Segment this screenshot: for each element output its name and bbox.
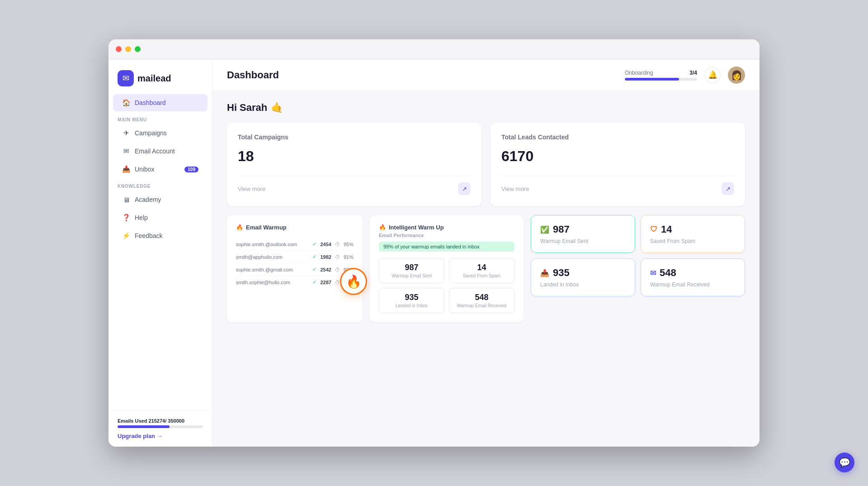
clock-icon-4: ⏱ bbox=[335, 280, 340, 285]
intel-stats-grid: 987 Warmup Email Sent 14 Saved From Spam… bbox=[379, 258, 514, 313]
warmup-row-2: smith@apphuilo.com ✓ 1982 ⏱ 91% bbox=[236, 251, 354, 263]
sidebar-item-label: Unibox bbox=[135, 166, 155, 173]
topbar: Dashboard Onboarding 3/4 🔔 👩 bbox=[212, 59, 760, 91]
main-area: Dashboard Onboarding 3/4 🔔 👩 bbox=[212, 59, 760, 447]
email-account-icon: ✉ bbox=[122, 147, 130, 155]
check-circle-icon: ✅ bbox=[540, 225, 549, 234]
emails-progress-fill bbox=[118, 425, 170, 428]
emails-used-label: Emails Used 215274/ 350000 bbox=[118, 418, 203, 424]
intelligent-warmup-card: 🔥 Intelligent Warm Up Email Performance … bbox=[370, 215, 524, 322]
intel-title-text: Intelligent Warm Up bbox=[389, 224, 444, 231]
flame-overlay: 🔥 bbox=[340, 268, 367, 295]
mini-card-warmup-sent-label: Warmup Email Sent bbox=[540, 238, 626, 244]
app-body: ✉ mailead 🏠 Dashboard MAIN MENU ✈ Campai… bbox=[108, 59, 760, 447]
clock-icon-1: ⏱ bbox=[335, 242, 340, 247]
minimize-button[interactable] bbox=[125, 46, 131, 52]
total-leads-value: 6170 bbox=[501, 148, 734, 165]
logo-icon: ✉ bbox=[118, 70, 134, 86]
sidebar-item-campaigns[interactable]: ✈ Campaigns bbox=[113, 124, 208, 142]
total-leads-title: Total Leads Contacted bbox=[501, 133, 734, 141]
mini-card-landed-inbox-header: 📥 935 bbox=[540, 267, 626, 279]
clock-icon-2: ⏱ bbox=[335, 254, 340, 260]
view-more-leads-button[interactable]: ↗ bbox=[722, 182, 734, 195]
greeting-emoji: 🤙 bbox=[271, 102, 283, 114]
sidebar-item-unibox[interactable]: 📥 Unibox 109 bbox=[113, 161, 208, 178]
mini-card-saved-spam-num: 14 bbox=[661, 224, 672, 235]
feedback-icon: ⚡ bbox=[122, 232, 130, 240]
warmup-row-3: sophie.smith.@gmail.com ✓ 2542 ⏱ 93% bbox=[236, 263, 354, 276]
warmup-count-3: 2542 bbox=[320, 267, 331, 272]
sidebar-item-email-account[interactable]: ✉ Email Account bbox=[113, 143, 208, 160]
academy-icon: 🖥 bbox=[122, 195, 130, 204]
bottom-row: 🔥 Email Warmup sophie.smith.@outlook.com… bbox=[227, 215, 745, 322]
warmup-count-4: 2287 bbox=[320, 280, 331, 285]
warmup-email-3: sophie.smith.@gmail.com bbox=[236, 267, 309, 272]
warmup-pct-1: 95% bbox=[344, 242, 354, 247]
warmup-card-title: 🔥 Email Warmup bbox=[236, 224, 354, 231]
logo-area: ✉ mailead bbox=[108, 59, 212, 94]
sidebar-item-help[interactable]: ❓ Help bbox=[113, 209, 208, 226]
warmup-rows: sophie.smith.@outlook.com ✓ 2454 ⏱ 95% s… bbox=[236, 238, 354, 288]
clock-icon-3: ⏱ bbox=[335, 267, 340, 272]
check-icon-1: ✓ bbox=[312, 241, 316, 247]
mini-card-warmup-sent-num: 987 bbox=[553, 224, 570, 235]
mini-card-warmup-received: ✉ 548 Warmup Email Received bbox=[641, 258, 745, 296]
intel-stat-label-2: Saved From Spam bbox=[455, 273, 509, 278]
onboarding-bar bbox=[625, 78, 697, 81]
unibox-badge: 109 bbox=[184, 167, 198, 172]
check-icon-2: ✓ bbox=[312, 254, 316, 260]
intel-stat-saved-spam: 14 Saved From Spam bbox=[449, 258, 514, 283]
email-warmup-card: 🔥 Email Warmup sophie.smith.@outlook.com… bbox=[227, 215, 363, 322]
onboarding-widget: Onboarding 3/4 bbox=[625, 70, 697, 81]
intel-stat-num-1: 987 bbox=[385, 263, 439, 272]
upgrade-plan-link[interactable]: Upgrade plan → bbox=[118, 433, 203, 439]
warmup-title-text: Email Warmup bbox=[246, 224, 287, 231]
intel-stat-label-1: Warmup Email Sent bbox=[385, 273, 439, 278]
warmup-email-4: smith.sophie@huilo.com bbox=[236, 280, 309, 285]
warmup-pct-2: 91% bbox=[344, 254, 354, 260]
close-button[interactable] bbox=[116, 46, 122, 52]
main-menu-label: MAIN MENU bbox=[108, 112, 212, 124]
total-campaigns-title: Total Campaigns bbox=[238, 133, 471, 141]
total-campaigns-footer: View more ↗ bbox=[238, 176, 471, 195]
mini-card-warmup-sent-header: ✅ 987 bbox=[540, 224, 626, 235]
warmup-row-1: sophie.smith.@outlook.com ✓ 2454 ⏱ 95% bbox=[236, 238, 354, 251]
sidebar-item-label: Feedback bbox=[135, 232, 162, 239]
warmup-count-2: 1982 bbox=[320, 254, 331, 260]
titlebar bbox=[108, 39, 760, 59]
warmup-row-4: smith.sophie@huilo.com ✓ 2287 ⏱ 92% bbox=[236, 276, 354, 288]
view-more-campaigns-button[interactable]: ↗ bbox=[458, 182, 471, 195]
mini-card-warmup-sent: ✅ 987 Warmup Email Sent bbox=[531, 215, 635, 253]
warmup-count-1: 2454 bbox=[320, 242, 331, 247]
shield-icon: 🛡 bbox=[650, 225, 657, 233]
notification-button[interactable]: 🔔 bbox=[704, 67, 721, 83]
intel-stat-num-4: 548 bbox=[455, 293, 509, 302]
onboarding-progress-text: 3/4 bbox=[689, 70, 697, 76]
onboarding-bar-fill bbox=[625, 78, 679, 81]
knowledge-label: KNOWLEDGE bbox=[108, 178, 212, 191]
sidebar-item-label: Help bbox=[135, 214, 148, 221]
view-more-text: View more bbox=[501, 186, 529, 192]
intel-stat-num-2: 14 bbox=[455, 263, 509, 272]
sidebar-item-dashboard[interactable]: 🏠 Dashboard bbox=[113, 94, 208, 111]
sidebar-item-academy[interactable]: 🖥 Academy bbox=[113, 191, 208, 208]
avatar[interactable]: 👩 bbox=[728, 67, 745, 84]
intel-stat-landed-inbox: 935 Landed in Inbox bbox=[379, 288, 444, 313]
intel-card-title: 🔥 Intelligent Warm Up bbox=[379, 224, 514, 231]
sidebar-item-label: Email Account bbox=[135, 148, 175, 155]
onboarding-area: Onboarding 3/4 🔔 👩 bbox=[625, 67, 745, 84]
maximize-button[interactable] bbox=[135, 46, 141, 52]
sidebar-item-label: Dashboard bbox=[135, 99, 166, 106]
perf-label: Email Performance bbox=[379, 233, 514, 238]
sidebar-bottom: Emails Used 215274/ 350000 Upgrade plan … bbox=[108, 410, 212, 447]
stats-row: Total Campaigns 18 View more ↗ Total Lea… bbox=[227, 123, 745, 206]
mini-card-landed-inbox-label: Landed in Inbox bbox=[540, 281, 626, 288]
logo-text: mailead bbox=[137, 73, 171, 84]
app-window: ✉ mailead 🏠 Dashboard MAIN MENU ✈ Campai… bbox=[108, 39, 760, 447]
sidebar-item-feedback[interactable]: ⚡ Feedback bbox=[113, 227, 208, 244]
total-campaigns-card: Total Campaigns 18 View more ↗ bbox=[227, 123, 481, 206]
chat-button[interactable]: 💬 bbox=[835, 453, 854, 472]
mini-card-saved-spam-header: 🛡 14 bbox=[650, 224, 736, 235]
help-icon: ❓ bbox=[122, 214, 130, 222]
home-icon: 🏠 bbox=[122, 99, 130, 107]
